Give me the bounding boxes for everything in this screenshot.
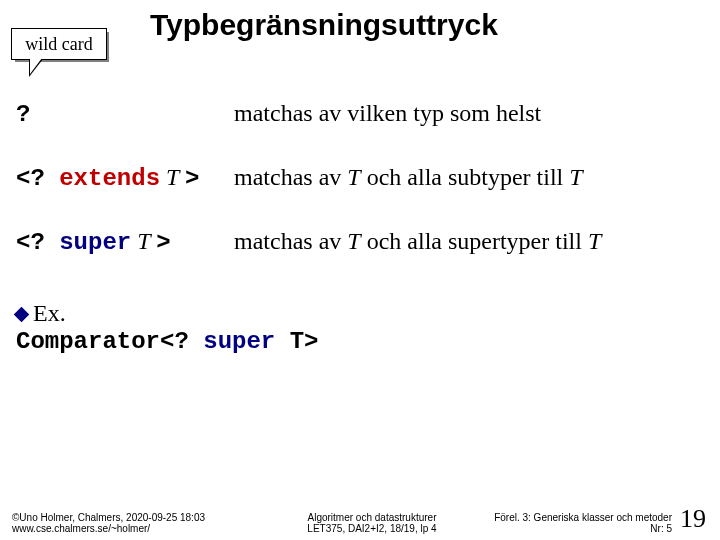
rhs-mid: och alla supertyper till	[361, 228, 588, 254]
footer-left: ©Uno Holmer, Chalmers, 2020-09-25 18:03 …	[12, 512, 262, 534]
footer-center: Algoritmer och datastrukturer LET375, DA…	[262, 512, 482, 534]
example-post: T>	[275, 328, 318, 355]
rhs-T2: T	[569, 164, 582, 190]
lhs-pre: <?	[16, 165, 59, 192]
lhs-post: >	[156, 229, 170, 256]
rhs-T1: T	[347, 228, 360, 254]
wildcard-row-super: <? super T > matchas av T och alla super…	[16, 228, 706, 256]
slide-footer: ©Uno Holmer, Chalmers, 2020-09-25 18:03 …	[0, 504, 720, 534]
example-pre: Comparator<?	[16, 328, 203, 355]
callout-label: wild card	[11, 28, 107, 60]
wildcard-row-extends: <? extends T > matchas av T och alla sub…	[16, 164, 706, 192]
lhs-pre: <?	[16, 229, 59, 256]
lhs-post: >	[185, 165, 199, 192]
rhs-T2: T	[588, 228, 601, 254]
lhs-T: T	[131, 228, 156, 254]
rhs-pre: matchas av	[234, 228, 347, 254]
slide-title: Typbegränsningsuttryck	[150, 8, 498, 42]
lhs-pre: ?	[16, 101, 30, 128]
rhs-T1: T	[347, 164, 360, 190]
example-lead: Ex.	[33, 300, 66, 326]
wildcard-callout: wild card	[11, 28, 109, 62]
page-number: 19	[680, 504, 706, 534]
example-block: Ex. Comparator<? super T>	[16, 300, 706, 355]
lhs-kw: extends	[59, 165, 160, 192]
rhs-pre: matchas av vilken typ som helst	[234, 100, 541, 126]
bullet-diamond-icon	[14, 307, 30, 323]
wildcard-row-any: ? matchas av vilken typ som helst	[16, 100, 706, 128]
example-kw: super	[203, 328, 275, 355]
rhs-pre: matchas av	[234, 164, 347, 190]
footer-right: Förel. 3: Generiska klasser och metoder …	[482, 512, 672, 534]
lhs-kw: super	[59, 229, 131, 256]
lhs-T: T	[160, 164, 185, 190]
rhs-mid: och alla subtyper till	[361, 164, 570, 190]
content-area: ? matchas av vilken typ som helst <? ext…	[16, 100, 706, 355]
